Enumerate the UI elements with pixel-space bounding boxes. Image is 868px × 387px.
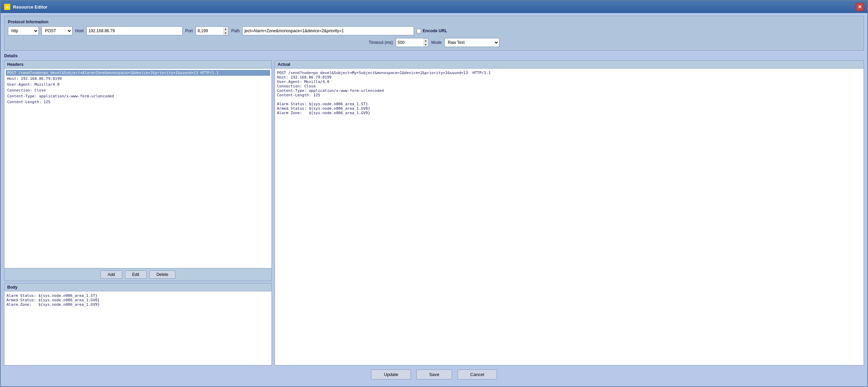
header-row-0[interactable]: POST /send?node=po_devel&Subject=Alarm+Z…	[6, 70, 270, 76]
protocol-label: Protocol Information	[8, 20, 860, 24]
delete-button[interactable]: Delete	[149, 270, 176, 279]
close-button[interactable]: ✕	[856, 3, 864, 11]
port-spinner: ▲ ▼	[223, 26, 229, 35]
actual-header: Actual	[275, 61, 864, 69]
port-label: Port	[185, 28, 193, 33]
encode-url-label: Encode URL	[423, 28, 447, 33]
footer: Update Save Cancel	[4, 365, 864, 384]
left-split: Headers POST /send?node=po_devel&Subject…	[4, 60, 272, 365]
port-down-button[interactable]: ▼	[223, 31, 228, 35]
actual-section: Actual POST /send?node=po_devel&Subject=…	[275, 60, 864, 365]
path-label: Path	[231, 28, 240, 33]
header-row-5[interactable]: Content-Length: 125	[6, 99, 270, 105]
port-input[interactable]	[196, 26, 223, 35]
right-panel: Actual POST /send?node=po_devel&Subject=…	[275, 60, 864, 365]
port-group: ▲ ▼	[196, 26, 229, 35]
header-row-4[interactable]: Content-Type: application/x-www-form-url…	[6, 93, 270, 99]
header-row-2[interactable]: User-Agent: Mozilla/4.0	[6, 82, 270, 87]
main-window: ⚙ Resource Editor ✕ Protocol Information…	[0, 0, 868, 387]
encode-url-group: Encode URL	[417, 28, 447, 33]
timeout-spinner: ▲ ▼	[423, 38, 429, 47]
http-select[interactable]: http https	[8, 26, 39, 35]
actual-content: POST /send?node=po_devel&Subject=My+Subj…	[275, 69, 864, 365]
add-button[interactable]: Add	[101, 270, 122, 279]
headers-btn-bar: Add Edit Delete	[4, 268, 271, 281]
timeout-down-button[interactable]: ▼	[423, 43, 428, 47]
window-title: Resource Editor	[13, 4, 47, 10]
host-label: Host	[75, 28, 84, 33]
save-button[interactable]: Save	[416, 370, 452, 379]
host-input[interactable]	[86, 26, 183, 35]
timeout-up-button[interactable]: ▲	[423, 38, 428, 43]
encode-url-checkbox[interactable]	[417, 29, 421, 33]
method-select[interactable]: POST GET PUT DELETE	[42, 26, 72, 35]
details-panels: Headers POST /send?node=po_devel&Subject…	[4, 60, 864, 365]
body-header: Body	[4, 283, 271, 291]
protocol-row2: Timeout (ms) ▲ ▼ Mode Raw Text Form Data…	[8, 38, 860, 47]
header-row-1[interactable]: Host: 192.168.86.79:8199	[6, 76, 270, 82]
timeout-input[interactable]	[396, 38, 423, 47]
header-row-3[interactable]: Connection: Close	[6, 87, 270, 93]
protocol-row1: http https POST GET PUT DELETE Host Port…	[8, 26, 860, 35]
mode-label: Mode	[431, 40, 442, 45]
headers-content: POST /send?node=po_devel&Subject=Alarm+Z…	[4, 69, 271, 268]
details-label: Details	[4, 53, 864, 58]
body-section: Body Alarm Status: ${sys.node.n006_area_…	[4, 283, 272, 365]
timeout-label: Timeout (ms)	[369, 40, 393, 45]
left-panel: Headers POST /send?node=po_devel&Subject…	[4, 60, 272, 365]
headers-section: Headers POST /send?node=po_devel&Subject…	[4, 60, 272, 281]
headers-header: Headers	[4, 61, 271, 69]
edit-button[interactable]: Edit	[125, 270, 147, 279]
timeout-group: ▲ ▼	[396, 38, 429, 47]
app-icon: ⚙	[4, 4, 10, 10]
mode-select[interactable]: Raw Text Form Data JSON	[444, 38, 499, 47]
cancel-button[interactable]: Cancel	[458, 370, 497, 379]
body-content[interactable]: Alarm Status: ${sys.node.n006_area_1.ST}…	[4, 291, 271, 365]
path-input[interactable]	[242, 26, 414, 35]
protocol-section: Protocol Information http https POST GET…	[4, 16, 864, 51]
details-section: Details Headers POST /send?node=po_devel…	[4, 53, 864, 365]
port-up-button[interactable]: ▲	[223, 27, 228, 31]
title-bar-left: ⚙ Resource Editor	[4, 4, 47, 10]
window-content: Protocol Information http https POST GET…	[1, 13, 867, 386]
title-bar: ⚙ Resource Editor ✕	[1, 1, 867, 13]
update-button[interactable]: Update	[371, 370, 411, 379]
